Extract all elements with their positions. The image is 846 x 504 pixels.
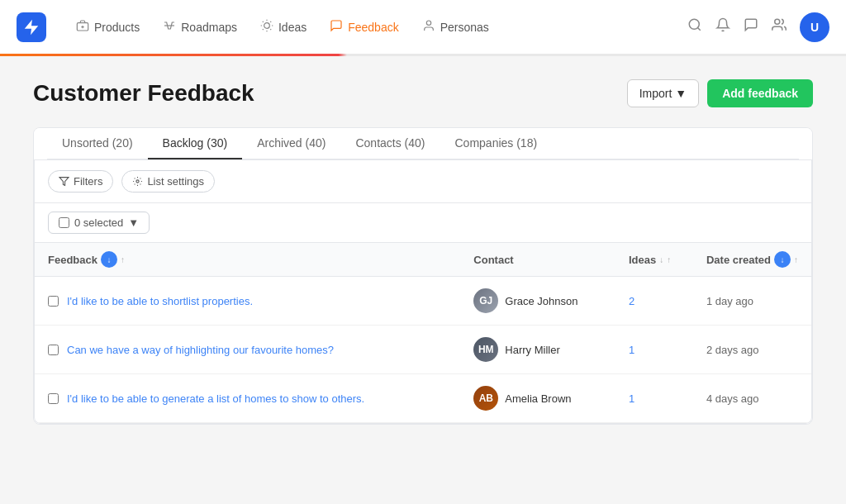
page-title: Customer Feedback [33,80,254,107]
nav-items: Products Roadmaps Ideas Feedback Persona… [66,12,687,42]
roadmaps-icon [163,19,176,36]
nav-item-products[interactable]: Products [66,12,150,42]
search-icon[interactable] [687,17,702,36]
nav-personas-label: Personas [440,21,489,34]
nav-ideas-label: Ideas [278,21,307,34]
col-feedback: Feedback ↓ ↑ [35,243,460,277]
date-value-2: 2 days ago [706,344,759,356]
date-sort-down-icon[interactable]: ↓ [774,251,791,268]
products-icon [76,19,89,36]
feedback-sort-down-icon[interactable]: ↓ [101,251,117,268]
import-button[interactable]: Import ▼ [627,79,700,107]
content-wrap: Unsorted (20) Backlog (30) Archived (40)… [33,127,813,425]
selected-label: 0 selected [74,216,123,229]
feedback-link-2[interactable]: Can we have a way of highlighting our fa… [67,344,334,356]
feedback-link-3[interactable]: I'd like to be able to generate a list o… [67,392,364,405]
contact-cell-3: AB Amelia Brown [460,374,615,423]
contact-name-2: Harry Miller [505,344,559,356]
table-row: Can we have a way of highlighting our fa… [35,326,811,374]
svg-marker-16 [59,178,69,186]
ideas-sort-up-icon[interactable]: ↑ [667,255,671,264]
date-cell-3: 4 days ago [693,374,811,423]
tab-archived[interactable]: Archived (40) [242,128,340,159]
col-ideas: Ideas ↓ ↑ [615,243,693,277]
svg-point-13 [689,19,699,29]
svg-point-17 [136,180,139,183]
avatar-1: GJ [473,288,498,313]
chat-icon[interactable] [744,17,758,36]
feedback-table-container: Feedback ↓ ↑ Contact Ideas ↓ [34,243,812,424]
tabs-container: Unsorted (20) Backlog (30) Archived (40)… [34,128,812,160]
select-all-checkbox[interactable] [59,217,69,228]
svg-point-3 [264,22,270,28]
col-date: Date created ↓ ↑ [693,243,811,277]
page-header: Customer Feedback Import ▼ Add feedback [33,79,813,107]
contact-name-3: Amelia Brown [505,392,571,405]
ideas-sort-down-icon[interactable]: ↓ [659,255,663,264]
col-ideas-label: Ideas [629,254,656,266]
feedback-cell-3: I'd like to be able to generate a list o… [35,374,460,423]
table-row: I'd like to be able to generate a list o… [35,374,811,423]
personas-icon [422,19,435,36]
svg-line-7 [270,29,271,30]
nav-item-roadmaps[interactable]: Roadmaps [153,12,247,42]
col-date-label: Date created [706,254,771,266]
tab-companies[interactable]: Companies (18) [440,128,553,159]
contact-cell-2: HM Harry Miller [460,326,615,374]
feedback-cell-2: Can we have a way of highlighting our fa… [35,326,460,374]
users-icon[interactable] [772,17,787,36]
feedback-link-1[interactable]: I'd like to be able to shortlist propert… [67,295,253,307]
table-body: I'd like to be able to shortlist propert… [35,277,811,423]
app-logo[interactable] [17,12,46,42]
tabs: Unsorted (20) Backlog (30) Archived (40)… [47,128,799,159]
svg-line-6 [263,21,264,21]
settings-icon [132,176,143,187]
date-value-1: 1 day ago [706,295,753,307]
nav-item-personas[interactable]: Personas [412,12,499,42]
col-feedback-label: Feedback [48,254,97,266]
nav-item-feedback[interactable]: Feedback [320,12,408,42]
selected-bar: 0 selected ▼ [34,203,812,243]
date-sort-up-icon[interactable]: ↑ [794,255,798,264]
nav-right-icons: U [687,12,829,42]
bell-icon[interactable] [715,17,730,36]
row-checkbox-1[interactable] [48,296,59,307]
filters-button[interactable]: Filters [48,170,113,193]
main-content: Customer Feedback Import ▼ Add feedback … [0,56,846,448]
date-cell-2: 2 days ago [693,326,811,374]
user-avatar[interactable]: U [800,12,829,42]
ideas-link-3[interactable]: 1 [629,392,634,405]
selected-button[interactable]: 0 selected ▼ [48,212,150,234]
svg-line-14 [697,27,700,30]
ideas-link-2[interactable]: 1 [629,344,634,356]
ideas-icon [260,19,273,36]
feedback-table: Feedback ↓ ↑ Contact Ideas ↓ [35,243,811,423]
tab-unsorted[interactable]: Unsorted (20) [47,128,148,159]
row-checkbox-3[interactable] [48,393,59,404]
ideas-cell-1: 2 [615,277,693,326]
table-header-row: Feedback ↓ ↑ Contact Ideas ↓ [35,243,811,277]
nav-item-ideas[interactable]: Ideas [250,12,316,42]
tab-backlog[interactable]: Backlog (30) [148,128,243,159]
row-checkbox-2[interactable] [48,345,59,355]
contact-cell-1: GJ Grace Johnson [460,277,615,326]
feedback-sort-up-icon[interactable]: ↑ [121,255,125,264]
ideas-link-1[interactable]: 2 [629,295,634,307]
avatar-3: AB [473,386,498,411]
ideas-cell-3: 1 [615,374,693,423]
list-settings-button[interactable]: List settings [121,170,215,193]
filter-bar: Filters List settings [34,160,812,203]
date-cell-1: 1 day ago [693,277,811,326]
filter-icon [59,176,69,187]
tab-contacts[interactable]: Contacts (40) [340,128,440,159]
filters-label: Filters [74,175,102,188]
list-settings-label: List settings [147,175,204,188]
navbar: Products Roadmaps Ideas Feedback Persona… [0,0,846,56]
table-row: I'd like to be able to shortlist propert… [35,277,811,326]
add-feedback-button[interactable]: Add feedback [707,79,813,107]
nav-products-label: Products [94,21,140,34]
svg-line-10 [263,29,264,30]
feedback-icon [330,19,343,36]
selected-chevron-icon: ▼ [128,216,139,229]
feedback-cell-1: I'd like to be able to shortlist propert… [35,277,460,326]
